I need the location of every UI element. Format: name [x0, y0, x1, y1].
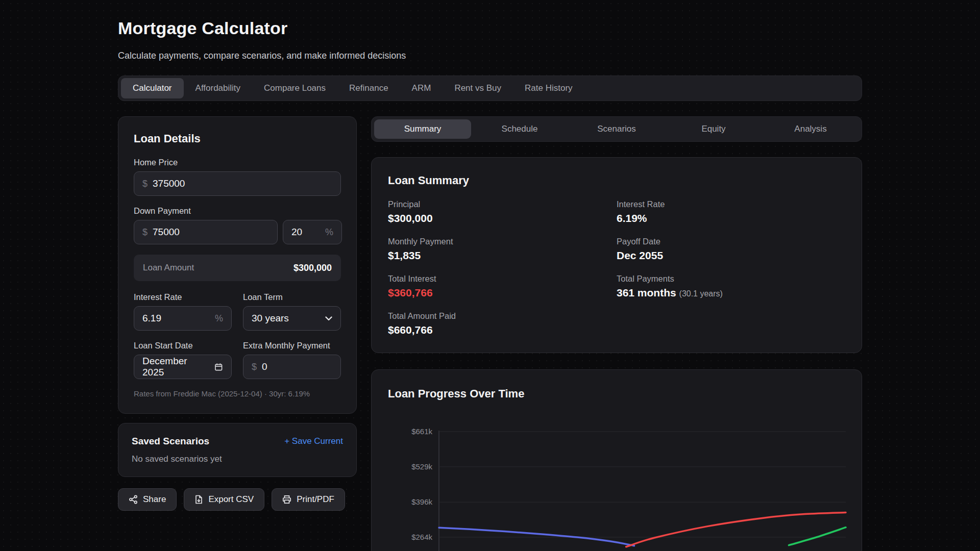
- calendar-icon: [214, 363, 223, 371]
- tab-refinance[interactable]: Refinance: [337, 78, 400, 98]
- tab-rate-history[interactable]: Rate History: [513, 78, 584, 98]
- down-payment-percent-field: %: [283, 220, 342, 244]
- loan-term-select[interactable]: 30 years: [243, 306, 341, 331]
- interest-rate-field: %: [134, 306, 232, 331]
- share-button[interactable]: Share: [118, 488, 177, 511]
- result-tab-bar: Summary Schedule Scenarios Equity Analys…: [371, 116, 862, 142]
- tab-calculator[interactable]: Calculator: [121, 78, 184, 98]
- share-icon: [129, 495, 138, 504]
- chart-plot-area: $661k$529k$396k$264k: [372, 426, 862, 551]
- file-download-icon: [194, 495, 203, 504]
- tab-analysis[interactable]: Analysis: [762, 119, 859, 139]
- percent-suffix: %: [325, 227, 333, 238]
- summary-item-payoff-date: Payoff Date Dec 2055: [617, 237, 845, 262]
- saved-scenarios-empty-text: No saved scenarios yet: [132, 454, 343, 464]
- dollar-prefix: $: [252, 362, 257, 372]
- print-pdf-button[interactable]: Print/PDF: [272, 488, 345, 511]
- interest-rate-label: Interest Rate: [134, 292, 232, 302]
- rates-source-note: Rates from Freddie Mac (2025-12-04) · 30…: [134, 389, 341, 398]
- summary-item-principal: Principal $300,000: [388, 199, 617, 224]
- series-cumulative-interest: [626, 513, 846, 547]
- tab-compare-loans[interactable]: Compare Loans: [252, 78, 337, 98]
- down-payment-percent-input[interactable]: [291, 227, 320, 238]
- summary-item-total-amount-paid: Total Amount Paid $660,766: [388, 311, 617, 336]
- saved-scenarios-panel: Saved Scenarios + Save Current No saved …: [118, 423, 357, 477]
- page-title: Mortgage Calculator: [118, 18, 862, 38]
- extra-payment-label: Extra Monthly Payment: [243, 341, 341, 350]
- tab-rent-vs-buy[interactable]: Rent vs Buy: [443, 78, 513, 98]
- dollar-prefix: $: [142, 227, 148, 238]
- print-pdf-button-label: Print/PDF: [297, 494, 334, 505]
- home-price-label: Home Price: [134, 158, 341, 167]
- extra-payment-input[interactable]: [262, 361, 332, 372]
- home-price-field: $: [134, 171, 341, 196]
- page: Mortgage Calculator Calculate payments, …: [118, 0, 862, 551]
- loan-summary-panel: Loan Summary Principal $300,000 Interest…: [371, 157, 862, 353]
- down-payment-input[interactable]: [153, 227, 269, 238]
- saved-scenarios-title: Saved Scenarios: [132, 436, 209, 447]
- percent-suffix: %: [215, 313, 223, 324]
- share-button-label: Share: [143, 494, 166, 505]
- printer-icon: [282, 495, 291, 504]
- loan-details-title: Loan Details: [134, 132, 341, 145]
- summary-item-interest-rate: Interest Rate 6.19%: [617, 199, 845, 224]
- start-date-label: Loan Start Date: [134, 341, 232, 350]
- tab-summary[interactable]: Summary: [374, 119, 471, 139]
- chart-title: Loan Progress Over Time: [372, 370, 862, 400]
- start-date-field[interactable]: December 2025: [134, 355, 232, 379]
- loan-term-value: 30 years: [252, 313, 320, 324]
- tab-schedule[interactable]: Schedule: [471, 119, 568, 139]
- extra-payment-field: $: [243, 355, 341, 379]
- series-remaining-balance: [439, 528, 634, 545]
- summary-item-total-payments: Total Payments 361 months (30.1 years): [617, 274, 845, 299]
- loan-details-panel: Loan Details Home Price $ Down Payment $: [118, 116, 357, 414]
- export-csv-button[interactable]: Export CSV: [184, 488, 264, 511]
- summary-item-total-interest: Total Interest $360,766: [388, 274, 617, 299]
- home-price-input[interactable]: [153, 178, 332, 189]
- tab-arm[interactable]: ARM: [400, 78, 443, 98]
- y-tick-label: $264k: [411, 533, 432, 541]
- total-payments-note: (30.1 years): [679, 289, 723, 298]
- save-current-link[interactable]: + Save Current: [284, 436, 343, 446]
- loan-term-label: Loan Term: [243, 292, 341, 302]
- tab-scenarios[interactable]: Scenarios: [568, 119, 665, 139]
- series-equity-principal-paid: [789, 528, 846, 545]
- loan-amount-value: $300,000: [293, 263, 332, 273]
- y-tick-label: $396k: [411, 497, 432, 506]
- page-subtitle: Calculate payments, compare scenarios, a…: [118, 51, 862, 61]
- loan-amount-row: Loan Amount $300,000: [134, 255, 341, 281]
- dollar-prefix: $: [142, 179, 148, 189]
- loan-amount-label: Loan Amount: [143, 263, 194, 273]
- down-payment-field: $: [134, 220, 278, 244]
- down-payment-label: Down Payment: [134, 206, 341, 216]
- loan-progress-chart: Loan Progress Over Time $661k$529k$396k$…: [371, 369, 862, 551]
- main-tab-bar: Calculator Affordability Compare Loans R…: [118, 76, 862, 101]
- y-tick-label: $661k: [411, 427, 432, 436]
- tab-equity[interactable]: Equity: [665, 119, 762, 139]
- y-tick-label: $529k: [411, 462, 432, 471]
- interest-rate-input[interactable]: [142, 313, 210, 324]
- tab-affordability[interactable]: Affordability: [184, 78, 253, 98]
- start-date-value: December 2025: [142, 356, 209, 378]
- chevron-down-icon: [325, 316, 332, 321]
- summary-item-monthly-payment: Monthly Payment $1,835: [388, 237, 617, 262]
- loan-summary-title: Loan Summary: [388, 174, 845, 187]
- export-csv-button-label: Export CSV: [208, 494, 254, 505]
